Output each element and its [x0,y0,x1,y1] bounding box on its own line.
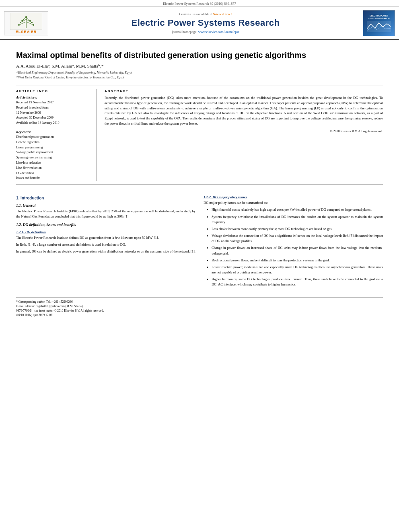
email-value: engshatla1@yahoo.com (M.M. Shatla). [36,304,84,308]
section1-heading: 1. Introduction [16,196,195,200]
email-label: E-mail address: [16,304,35,308]
svg-point-13 [33,24,34,26]
aff-b-text: ᵇ West Delta Regional Control Center, Eg… [16,75,124,80]
section1-2-1-text1: The Electric Power Research Institute de… [16,235,195,240]
body-left-col: 1. Introduction 1.1. General The Electri… [16,192,195,289]
bullet-item-7: Higher harmonics; some DG technologies p… [212,277,383,287]
journal-cover-title: ELECTRIC POWER SYSTEMS RESEARCH [365,14,393,20]
article-title: Maximal optimal benefits of distributed … [16,50,383,60]
section1-1-text: The Electric Power Research Institute (E… [16,209,195,219]
footnote-text: Corresponding author. Tel.: +201 4522932… [19,300,74,304]
section1-2-1-text3: In general, DG can be defined as electri… [16,249,195,254]
keywords-heading: Keywords: [16,130,90,134]
journal-citation: Electric Power Systems Research 80 (2010… [163,2,236,6]
section1-2-1-text2: In Refs. [1–4], a large number of terms … [16,242,195,247]
keyword-1: Genetic algorithm [16,140,90,145]
article-affiliations: ᵃ Electrical Engineering Department, Fac… [16,70,383,80]
keyword-6: Line flow reduction [16,166,90,171]
article-authors: A.A. Abou El-Elaᵃ, S.M. Allamᵃ, M.M. Sha… [16,64,383,69]
history-row-0: Received 19 November 2007 [16,100,90,105]
journal-top-bar: Electric Power Systems Research 80 (2010… [0,0,399,7]
journal-cover-image: ELECTRIC POWER SYSTEMS RESEARCH [363,10,395,36]
section1-2-2-intro: DG major policy issues can be summarized… [204,200,383,205]
keywords-section: Keywords: Distributed power generation G… [16,130,90,181]
bullet-item-2: Less choice between more costly primary … [212,226,383,232]
info-abstract-columns: ARTICLE INFO Article history: Received 1… [16,89,383,181]
bullet-item-6: Lower reactive power; medium-sized and e… [212,265,383,275]
svg-point-9 [29,20,31,22]
article-info-column: ARTICLE INFO Article history: Received 1… [16,89,97,181]
keyword-5: Line-loss reduction [16,160,90,166]
affiliation-a: ᵃ Electrical Engineering Department, Fac… [16,70,383,75]
article-history: Article history: Received 19 November 20… [16,95,90,126]
svg-point-10 [20,22,21,23]
elsevier-tree-svg [10,13,42,30]
homepage-url[interactable]: www.elsevier.com/locate/epsr [198,30,239,34]
bullet-item-0: High financial costs; relatively has hig… [212,207,383,212]
contents-line: Contents lists available at ScienceDirec… [56,12,355,16]
abstract-heading: ABSTRACT [105,89,383,93]
elsevier-brand-label: ELSEVIER [16,30,37,34]
section1-2-2-heading: 1.2.2. DG major policy issues [204,195,383,199]
abstract-text: Recently, the distributed power generati… [105,95,383,126]
keyword-4: Spinning reserve increasing [16,155,90,160]
history-row-1: Received in revised form [16,105,90,111]
article-footer: * Corresponding author. Tel.: +201 45229… [16,297,383,317]
elsevier-logo-block: ELSEVIER [4,11,56,35]
homepage-line: journal homepage: www.elsevier.com/locat… [56,30,355,34]
footer-doi: doi:10.1016/j.epsr.2009.12.021 [16,313,383,317]
journal-header-center: Contents lists available at ScienceDirec… [56,12,355,34]
keyword-2: Linear programming [16,145,90,150]
svg-point-11 [31,22,33,23]
aff-a-text: ᵃ Electrical Engineering Department, Fac… [16,70,132,75]
section1-2-1-heading: 1.2.1. DG definition [16,230,195,234]
affiliation-b: ᵇ West Delta Regional Control Center, Eg… [16,75,383,80]
footer-issn: 0378-7796/$ – see front matter © 2010 El… [16,309,383,312]
article-container: Maximal optimal benefits of distributed … [0,40,399,326]
abstract-copyright: © 2010 Elsevier B.V. All rights reserved… [105,129,383,133]
bullet-item-3: Voltage deviations; the connection of DG… [212,233,383,244]
section1-1-heading: 1.1. General [16,203,195,207]
bullet-item-4: Change in power flows; an increased shar… [212,245,383,256]
footnote-symbol: * [16,300,18,304]
body-right-col: 1.2.2. DG major policy issues DG major p… [204,192,383,289]
section1-2-heading: 1.2. DG definition, issues and benefits [16,223,195,227]
body-divider [16,184,383,185]
cover-graphic-svg [367,21,391,32]
footer-email: E-mail address: engshatla1@yahoo.com (M.… [16,304,383,308]
keyword-8: Issues and benefits [16,176,90,181]
body-columns: 1. Introduction 1.1. General The Electri… [16,192,383,289]
article-info-heading: ARTICLE INFO [16,89,90,93]
history-row-2: 12 November 2009 [16,111,90,116]
header-divider [16,86,383,86]
history-row-3: Accepted 30 December 2009 [16,115,90,121]
policy-issues-list: High financial costs; relatively has hig… [208,207,383,287]
elsevier-logo: ELSEVIER [4,11,48,35]
sciencedirect-link[interactable]: ScienceDirect [213,12,232,16]
journal-cover-block: ELECTRIC POWER SYSTEMS RESEARCH [355,10,395,36]
keyword-7: DG definition [16,171,90,176]
history-heading: Article history: [16,95,90,99]
authors-text: A.A. Abou El-Elaᵃ, S.M. Allamᵃ, M.M. Sha… [16,64,103,68]
journal-title: Electric Power Systems Research [56,18,355,28]
footer-corresponding: * Corresponding author. Tel.: +201 45229… [16,300,383,304]
history-row-4: Available online 18 January 2010 [16,121,90,126]
keyword-0: Distributed power generation [16,135,90,140]
svg-point-12 [18,24,20,26]
svg-point-14 [25,16,27,18]
abstract-column: ABSTRACT Recently, the distributed power… [105,89,383,181]
bullet-item-5: Bi-directional power flows; make it diff… [212,258,383,263]
journal-header: ELSEVIER Contents lists available at Sci… [0,7,399,40]
bullet-item-1: System frequency deviations; the install… [212,214,383,225]
keyword-3: Voltage profile improvement [16,150,90,155]
svg-point-8 [21,20,23,22]
